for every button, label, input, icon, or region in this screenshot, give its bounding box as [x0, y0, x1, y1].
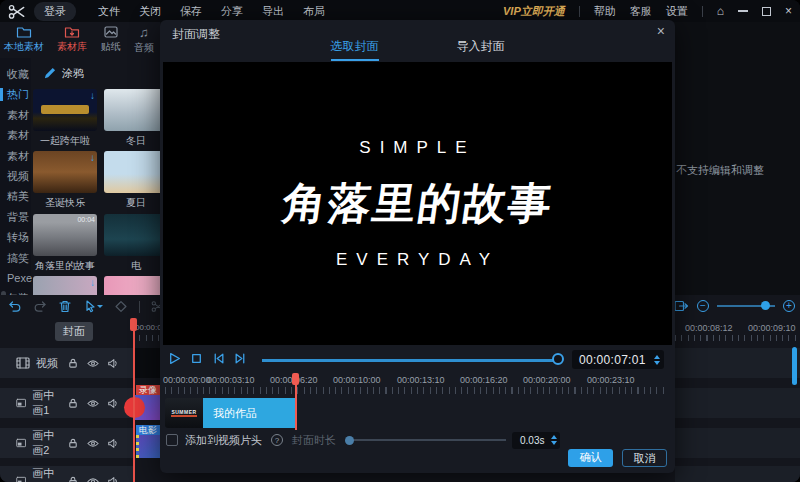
home-icon[interactable]: ⌂: [717, 5, 724, 17]
thumbnail-city[interactable]: 电: [104, 214, 160, 273]
download-icon[interactable]: ↓: [90, 277, 95, 288]
category-video[interactable]: 视频: [0, 166, 31, 186]
thumbnail-partial[interactable]: [104, 276, 160, 295]
timeline-playhead-line[interactable]: [133, 323, 135, 482]
settings-button[interactable]: 设置: [666, 4, 688, 19]
lock-icon[interactable]: [67, 476, 79, 482]
cover-duration-slider[interactable]: [346, 439, 506, 441]
tab-media-library[interactable]: 素材库: [57, 26, 87, 54]
category-transition[interactable]: 转场: [0, 227, 31, 247]
clip-thumbnail[interactable]: SUMMER: [165, 398, 203, 428]
clip-my-work[interactable]: 我的作品: [203, 398, 296, 428]
timecode-spinner[interactable]: [654, 352, 660, 368]
timeline-scrollbar[interactable]: [792, 347, 797, 385]
spin-up-icon[interactable]: [551, 432, 557, 439]
tab-select-cover[interactable]: 选取封面: [331, 38, 379, 61]
video-clip-fragment[interactable]: [134, 348, 160, 378]
lock-icon[interactable]: [67, 398, 79, 409]
confirm-button[interactable]: 确认: [568, 449, 613, 467]
cancel-button[interactable]: 取消: [622, 449, 667, 467]
speaker-icon[interactable]: [107, 358, 119, 369]
menu-layout[interactable]: 布局: [303, 4, 325, 19]
eye-icon[interactable]: [87, 476, 99, 482]
thumbnail-corner-story[interactable]: 00:04 角落里的故事: [33, 214, 97, 273]
duration-value-box[interactable]: 0.03s: [512, 432, 560, 449]
timeline-playhead-handle[interactable]: [130, 318, 137, 331]
download-icon[interactable]: ↓: [90, 90, 95, 101]
category-funny[interactable]: 搞笑: [0, 248, 31, 268]
category-pexels[interactable]: Pexe: [0, 268, 31, 288]
speaker-icon[interactable]: [107, 438, 119, 449]
delete-icon[interactable]: [58, 300, 72, 313]
track-lane[interactable]: [675, 428, 800, 458]
spin-down-icon[interactable]: [551, 441, 557, 448]
track-lane[interactable]: [675, 466, 800, 482]
vip-upgrade-button[interactable]: VIP立即开通: [503, 4, 565, 19]
timecode-box[interactable]: 00:00:07:01: [572, 350, 664, 369]
thumbnail-winter[interactable]: 冬日: [104, 89, 160, 148]
add-to-intro-checkbox[interactable]: [166, 434, 178, 446]
tab-stickers[interactable]: 贴纸: [101, 26, 121, 54]
menu-share[interactable]: 分享: [221, 4, 243, 19]
category-favorites[interactable]: 收藏: [0, 64, 31, 84]
zoom-in-icon[interactable]: +: [783, 300, 795, 312]
category-material-1[interactable]: 素材: [0, 105, 31, 125]
spin-up-icon[interactable]: [654, 352, 660, 359]
section-doodle[interactable]: 涂鸦: [31, 58, 160, 87]
lock-icon[interactable]: [67, 358, 79, 369]
timeline-ruler[interactable]: [133, 335, 160, 341]
prev-frame-icon[interactable]: [212, 352, 225, 365]
eye-icon[interactable]: [87, 358, 99, 369]
modal-timeline-ruler[interactable]: 00:00:00:00 00:00:03:10 00:00:06:20 00:0…: [160, 375, 675, 395]
category-background[interactable]: 背景: [0, 207, 31, 227]
help-button[interactable]: 帮助: [594, 4, 616, 19]
window-close-icon[interactable]: ×: [785, 5, 792, 17]
menu-close[interactable]: 关闭: [139, 4, 161, 19]
pip2-clip-fragment[interactable]: [136, 435, 160, 458]
zoom-slider-handle[interactable]: [761, 301, 770, 310]
cover-frame-marker[interactable]: [292, 373, 299, 385]
category-material-2[interactable]: 素材: [0, 125, 31, 145]
track-lane[interactable]: [675, 348, 800, 378]
thumbnail-summer[interactable]: 夏日: [104, 151, 160, 210]
track-lane[interactable]: [675, 388, 800, 418]
minimize-icon[interactable]: [738, 10, 748, 12]
category-material-3[interactable]: 素材: [0, 146, 31, 166]
tab-local-media[interactable]: 本地素材: [4, 26, 44, 54]
seek-slider-handle[interactable]: [552, 353, 564, 365]
tab-import-cover[interactable]: 导入封面: [457, 38, 505, 61]
support-button[interactable]: 客服: [630, 4, 652, 19]
speaker-icon[interactable]: [107, 398, 119, 409]
menu-save[interactable]: 保存: [180, 4, 202, 19]
keyframe-icon[interactable]: [114, 300, 128, 313]
thumbnail-partial[interactable]: ↓: [33, 276, 97, 295]
menu-export[interactable]: 导出: [262, 4, 284, 19]
duration-slider-handle[interactable]: [345, 436, 354, 445]
redo-icon[interactable]: [33, 300, 47, 313]
download-icon[interactable]: ↓: [90, 152, 95, 163]
cover-button[interactable]: 封面: [55, 322, 93, 341]
timeline-zoom-slider[interactable]: [717, 305, 775, 307]
maximize-icon[interactable]: [762, 7, 771, 16]
eye-icon[interactable]: [87, 438, 99, 449]
undo-icon[interactable]: [8, 300, 22, 313]
menu-file[interactable]: 文件: [98, 4, 120, 19]
seek-slider[interactable]: [262, 359, 562, 362]
next-frame-icon[interactable]: [234, 352, 247, 365]
category-hot[interactable]: 热门: [0, 84, 31, 104]
timeline-ruler[interactable]: [675, 335, 797, 341]
stop-icon[interactable]: [190, 352, 203, 365]
zoom-out-icon[interactable]: −: [697, 300, 709, 312]
fit-timeline-icon[interactable]: [674, 300, 689, 312]
select-tool[interactable]: [83, 300, 103, 313]
eye-icon[interactable]: [87, 398, 99, 409]
thumbnail-newyear[interactable]: ↓ 一起跨年啦: [33, 89, 97, 148]
login-button[interactable]: 登录: [34, 2, 76, 21]
spin-down-icon[interactable]: [654, 361, 660, 368]
tab-audio[interactable]: ♫ 音频: [134, 26, 154, 54]
modal-close-icon[interactable]: ×: [657, 23, 665, 39]
duration-spinner[interactable]: [551, 432, 557, 448]
play-icon[interactable]: [168, 352, 181, 365]
speaker-icon[interactable]: [107, 476, 119, 482]
thumbnail-christmas[interactable]: ↓ 圣诞快乐: [33, 151, 97, 210]
